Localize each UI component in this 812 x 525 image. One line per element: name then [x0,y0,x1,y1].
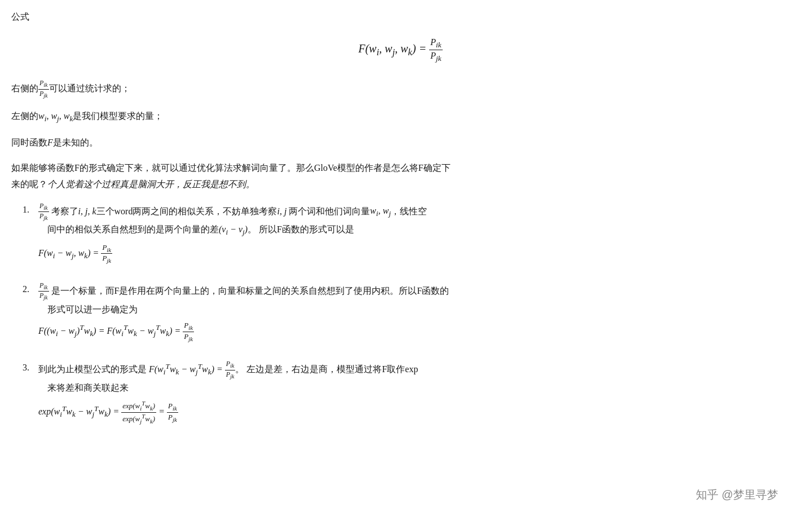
numbered-list: 1. PikPjk 考察了i, j, k三个word两两之间的相似关系，不妨单独… [23,202,789,429]
paragraph-4: 如果能够将函数F的形式确定下来，就可以通过优化算法求解词向量了。那么GloVe模… [11,160,789,193]
list-item-1: 1. PikPjk 考察了i, j, k三个word两两之间的相似关系，不妨单独… [23,202,789,268]
main-formula: F(wi, wj, wk) = Pik Pjk [11,37,789,63]
paragraph-2: 左侧的wi, wj, wk是我们模型要求的量； [11,108,789,126]
page-title: 公式 [11,11,789,23]
paragraph-3: 同时函数F是未知的。 [11,135,789,151]
watermark: 知乎 @梦里寻梦 [696,487,778,502]
list-item-2: 2. PikPjk 是一个标量，而F是作用在两个向量上的，向量和标量之间的关系自… [23,281,789,346]
paragraph-1: 右侧的PikPjk可以通过统计求的； [11,79,789,99]
list-item-3: 3. 到此为止模型公式的形式是 F(wiTwk − wjTwk) = PikPj… [23,360,789,429]
page-container: 公式 F(wi, wj, wk) = Pik Pjk 右侧的PikPjk可以通过… [11,11,789,429]
